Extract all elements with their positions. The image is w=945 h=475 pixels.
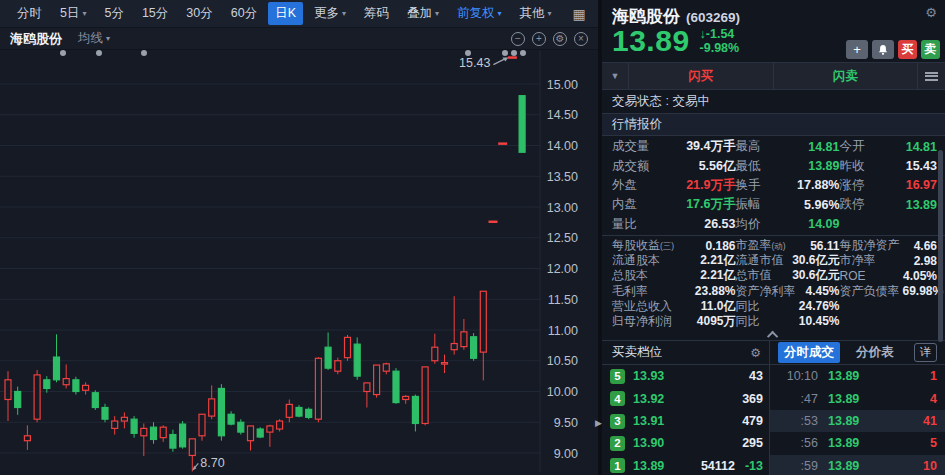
period-15分[interactable]: 15分 [135,2,175,25]
tool-其他[interactable]: 其他▾ [513,2,559,25]
tool-筹码[interactable]: 筹码 [357,2,396,25]
candle-body [345,337,351,357]
buy-button[interactable]: 买 [898,40,917,59]
candle-body [432,347,438,361]
quote-value: 24.76% [760,299,840,313]
collapse-panel-handle[interactable]: ▶ [595,418,602,428]
fundamentals-row: 营业总收入11.0亿同比24.76% [602,299,945,314]
tape-price: 13.89 [828,459,859,473]
zoom-out-icon[interactable]: − [511,32,525,46]
quote-cell: 量比26.53 [612,216,736,233]
candle-body [199,414,205,436]
quote-label: 今开 [840,138,865,155]
candle-body [393,371,399,402]
quote-row: 成交额5.56亿最低13.89昨收15.43 [602,156,945,175]
chart-pane: 分时5日▾5分15分30分60分日K更多▾ 筹码叠加▾前复权▾其他▾ ▦✎⤢ 海… [0,0,598,475]
quote-value: 13.89 [865,198,938,212]
candle-body [471,337,477,359]
expand-down-icon[interactable]: ▼ [602,63,629,89]
ask-level-row[interactable]: 113.8954112-13 [602,455,769,475]
quote-value: 21.9万手 [637,177,736,194]
quote-value: 15.43 [865,159,938,173]
candle-body [63,379,69,385]
ask-level-badge: 4 [610,391,625,406]
ask-level-row[interactable]: 313.91479 [602,410,769,432]
chart-zoom-icons: −+⚙× [504,32,588,46]
fundamentals-grid: 每股收益(三)0.186市盈率(动)56.11每股净资产4.66流通股本2.21… [602,235,945,329]
quote-label: 外盘 [612,177,637,194]
chevron-down-icon: ▾ [82,10,86,18]
gear-icon[interactable]: ⚙ [750,346,761,360]
quote-label: 跌停 [840,196,865,213]
candle-body [354,344,360,376]
chart-canvas[interactable]: 15.0014.5014.0013.5013.0012.5012.0011.50… [0,50,598,472]
candle-body [189,439,195,456]
y-axis-tick: 10.00 [547,385,578,399]
period-更多[interactable]: 更多▾ [307,2,353,25]
candle-body [180,424,186,447]
event-dot-icon [520,50,526,56]
tab-time-sales[interactable]: 分时成交 [778,342,840,363]
candle-body [5,380,11,400]
ma-selector[interactable]: 均线▾ [78,30,110,47]
tool-叠加[interactable]: 叠加▾ [400,2,446,25]
fundamentals-row: 总股本2.21亿总市值30.6亿元ROE4.05% [602,268,945,283]
alert-bell-button[interactable] [872,40,894,59]
detail-button[interactable]: 详 [914,343,938,362]
candlestick-chart[interactable]: 15.0014.5014.0013.5013.0012.5012.0011.50… [0,50,598,475]
quote-value: 69.98% [900,284,944,298]
panel-scrollbar[interactable] [938,150,943,342]
tape-price: 13.89 [828,392,859,406]
ask-level-row[interactable]: 413.92369 [602,387,769,409]
quote-label: ROE [840,269,866,283]
period-60分[interactable]: 60分 [224,2,264,25]
candle-body [422,367,428,424]
period-5日[interactable]: 5日▾ [53,2,93,25]
period-5分[interactable]: 5分 [97,2,130,25]
candle-body [218,388,224,435]
ask-volume-delta: -13 [735,459,763,473]
period-30分[interactable]: 30分 [179,2,219,25]
close-icon[interactable]: × [574,32,588,46]
flash-sell-button[interactable]: 闪卖 [774,63,919,89]
quote-value: 23.88% [648,284,736,298]
quote-grid: 成交量39.4万手最高14.81今开14.81成交额5.56亿最低13.89昨收… [602,136,945,235]
ask-volume: 54112 [664,459,735,473]
tool-label: 叠加 [407,5,432,22]
quote-cell: 涨停16.97 [840,177,938,194]
quote-cell: 成交额5.56亿 [612,158,736,175]
quote-value: 17.6万手 [637,196,736,213]
tape-price: 13.89 [828,436,859,450]
tape-time: :47 [778,392,818,406]
candle-body [412,396,418,423]
collapse-section-row[interactable] [602,329,945,341]
add-watchlist-button[interactable]: + [846,40,868,59]
candle-body [277,421,283,429]
tool-前复权[interactable]: 前复权▾ [450,2,509,25]
last-price: 13.89 [612,26,690,56]
sell-button[interactable]: 卖 [921,40,940,59]
y-axis-tick: 9.00 [554,447,578,461]
candle-body [141,428,147,435]
candle-body [267,426,273,432]
candle-body [335,361,341,371]
candle-body [121,417,127,421]
fundamentals-row: 每股收益(三)0.186市盈率(动)56.11每股净资产4.66 [602,238,945,253]
quote-cell: 跌停13.89 [840,196,938,213]
period-分时[interactable]: 分时 [10,2,49,25]
settings-icon[interactable]: ⚙ [553,32,567,46]
chevron-down-icon: ▾ [342,10,346,18]
ask-level-row[interactable]: 513.9343 [602,365,769,387]
tape-volume: 41 [859,414,937,428]
gear-icon[interactable]: ⚙ [925,5,937,20]
zoom-in-icon[interactable]: + [532,32,546,46]
tape-row: :5913.8910 [770,455,945,475]
flash-buy-button[interactable]: 闪买 [629,63,774,89]
y-axis-tick: 14.00 [547,139,578,153]
quote-section-title: 行情报价 [602,114,945,136]
tab-price-table[interactable]: 分价表 [850,342,900,363]
menu-icon[interactable] [918,63,945,89]
ask-level-row[interactable]: 213.90295 [602,432,769,454]
period-日K[interactable]: 日K [268,2,303,25]
grid-layout-icon[interactable]: ▦ [567,6,592,22]
